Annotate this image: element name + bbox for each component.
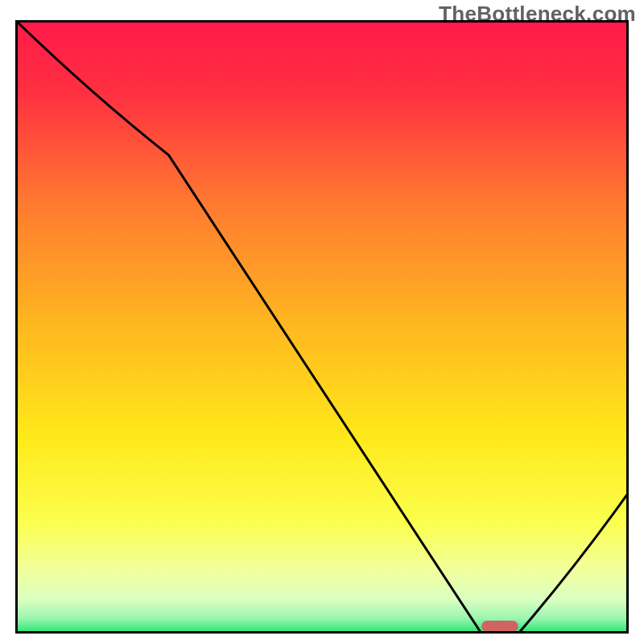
optimal-range-marker [481,621,518,632]
plot-area [15,20,629,634]
chart-container: TheBottleneck.com [0,0,644,644]
chart-svg [15,20,629,634]
gradient-background [15,20,629,634]
